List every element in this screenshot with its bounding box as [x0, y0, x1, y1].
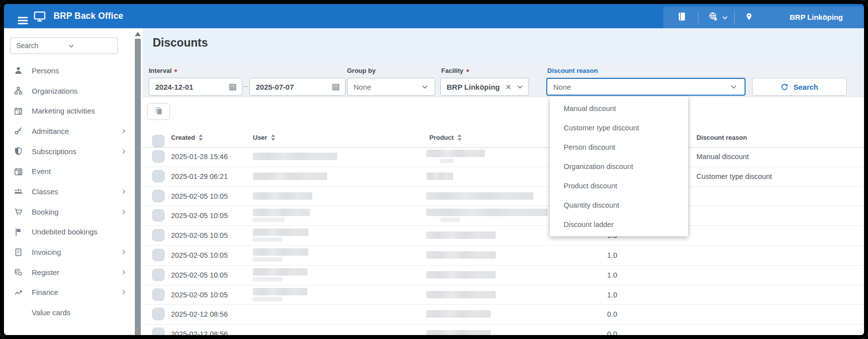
table-row[interactable]: 2025-01-29 06:21Customer type discount [143, 167, 864, 187]
cell-created: 2025-02-05 10:05 [171, 266, 228, 285]
chevron-right-icon [120, 249, 127, 255]
row-checkbox[interactable] [152, 229, 165, 241]
scroll-up-arrow-icon[interactable] [135, 32, 141, 36]
copy-icon [154, 106, 164, 117]
facility-select[interactable]: BRP Linköping [440, 78, 529, 96]
sidebar-item-label: Marketing activities [32, 107, 95, 115]
select-all-checkbox[interactable] [152, 131, 165, 151]
dropdown-option-quantity-discount[interactable]: Quantity discount [550, 196, 688, 215]
chevron-down-icon [67, 42, 113, 50]
sidebar-item-booking[interactable]: Booking [4, 202, 133, 222]
row-checkbox[interactable] [152, 190, 165, 202]
cell-created: 2025-02-12 08:56 [171, 325, 228, 339]
locale-settings-button[interactable] [704, 6, 733, 28]
redacted-text [253, 297, 283, 301]
interval-to-date-field[interactable]: 2025-07-07 [249, 78, 346, 96]
sidebar-item-persons[interactable]: Persons [4, 60, 133, 81]
sort-icon[interactable] [458, 134, 462, 141]
table-row[interactable]: 2025-02-05 10:051.0 [143, 285, 864, 305]
row-checkbox[interactable] [152, 249, 165, 261]
column-header-user[interactable]: User [253, 128, 275, 147]
dropdown-option-organization-discount[interactable]: Organization discount [550, 157, 688, 176]
table-row[interactable]: 2025-02-05 10:05 [143, 206, 864, 226]
row-checkbox[interactable] [152, 170, 165, 182]
sidebar-item-organizations[interactable]: Organizations [4, 81, 133, 101]
sidebar-item-invoicing[interactable]: Invoicing [4, 242, 133, 262]
required-dot [466, 69, 469, 72]
sidebar-item-event[interactable]: Event [4, 161, 133, 181]
sidebar-item-finance[interactable]: Finance [4, 282, 133, 303]
redacted-text [253, 228, 308, 236]
table-header: Created User Product Discount reason [143, 128, 864, 148]
row-checkbox[interactable] [152, 328, 165, 339]
redacted-text [253, 248, 308, 256]
redacted-text [426, 172, 453, 180]
sidebar-menu: PersonsOrganizationsMarketing activities… [4, 60, 133, 323]
screen: BRP Back Office [0, 0, 868, 339]
redacted-text [253, 268, 307, 276]
required-dot [174, 69, 177, 72]
sidebar-item-label: Booking [32, 208, 58, 216]
redacted-text [253, 237, 283, 242]
clear-icon[interactable] [505, 84, 512, 90]
dropdown-option-discount-ladder[interactable]: Discount ladder [550, 215, 688, 234]
column-header-product[interactable]: Product [429, 128, 462, 147]
sidebar-item-marketing-activities[interactable]: Marketing activities [4, 101, 133, 121]
calendar-icon[interactable] [332, 83, 340, 91]
page-header-band: Discounts [143, 28, 864, 62]
copy-button[interactable] [147, 103, 170, 120]
orgchart-icon [14, 86, 23, 95]
sidebar-item-subscriptions[interactable]: Subscriptions [4, 141, 133, 162]
redacted-text [253, 277, 283, 282]
table-row[interactable]: 2025-02-05 10:05 [143, 187, 864, 207]
cell-created: 2025-02-05 10:05 [171, 285, 228, 305]
sidebar-search-combobox[interactable]: Search [10, 37, 118, 54]
sort-icon[interactable] [271, 134, 275, 141]
sidebar-item-label: Admittance [32, 127, 69, 135]
discount-reason-select[interactable]: None [546, 78, 746, 96]
dropdown-option-customer-type-discount[interactable]: Customer type discount [550, 118, 688, 138]
table-row[interactable]: 2025-02-05 10:051.0 [143, 266, 864, 285]
scrollbar-thumb[interactable] [135, 39, 141, 335]
journal-button[interactable] [673, 6, 690, 28]
interval-from-date-field[interactable]: 2024-12-01 [149, 78, 242, 96]
column-header-discount-reason[interactable]: Discount reason [696, 128, 747, 147]
sidebar-item-value-cards[interactable]: Value cards [4, 302, 133, 323]
row-checkbox[interactable] [152, 209, 165, 222]
sidebar-item-label: Classes [32, 187, 58, 196]
sidebar-item-label: Subscriptions [32, 147, 76, 156]
app-bar: BRP Back Office [4, 4, 864, 28]
sidebar-item-admittance[interactable]: Admittance [4, 121, 133, 141]
sidebar-item-undebited-bookings[interactable]: Undebited bookings [4, 222, 133, 242]
table-row[interactable]: 2025-01-28 15:46Manual discount [143, 147, 864, 167]
row-checkbox[interactable] [152, 288, 165, 301]
calendar-icon[interactable] [229, 83, 237, 91]
sort-icon[interactable] [199, 134, 203, 141]
row-checkbox[interactable] [152, 308, 165, 320]
search-button[interactable]: Search [752, 78, 847, 96]
column-header-created[interactable]: Created [171, 128, 203, 147]
group-by-label: Group by [347, 67, 376, 74]
dropdown-option-manual-discount[interactable]: Manual discount [550, 99, 688, 118]
table-row[interactable]: 2025-02-12 08:560.0 [143, 325, 864, 339]
marketing-icon [14, 107, 23, 115]
sidebar-item-register[interactable]: Register [4, 262, 133, 282]
sidebar-item-classes[interactable]: Classes [4, 181, 133, 202]
dropdown-option-product-discount[interactable]: Product discount [550, 176, 688, 196]
row-checkbox[interactable] [152, 150, 165, 163]
location-button[interactable] [741, 6, 757, 28]
menu-icon[interactable] [18, 17, 28, 26]
cart-icon [14, 207, 23, 216]
table-row[interactable]: 2025-02-05 10:051.0 [143, 226, 864, 246]
table-row[interactable]: 2025-02-05 10:051.0 [143, 246, 864, 266]
dropdown-option-person-discount[interactable]: Person discount [550, 138, 688, 157]
group-by-select[interactable]: None [347, 78, 435, 96]
cell-created: 2025-02-05 10:05 [171, 226, 228, 245]
table-row[interactable]: 2025-02-12 08:560.0 [143, 305, 864, 325]
cell-discount-reason: Customer type discount [696, 167, 772, 186]
current-facility-label[interactable]: BRP Linköping [790, 6, 860, 28]
sidebar-scrollbar[interactable] [133, 28, 143, 335]
cell-value: 1.0 [579, 285, 617, 305]
row-checkbox[interactable] [152, 269, 165, 281]
shield-icon [14, 147, 23, 156]
